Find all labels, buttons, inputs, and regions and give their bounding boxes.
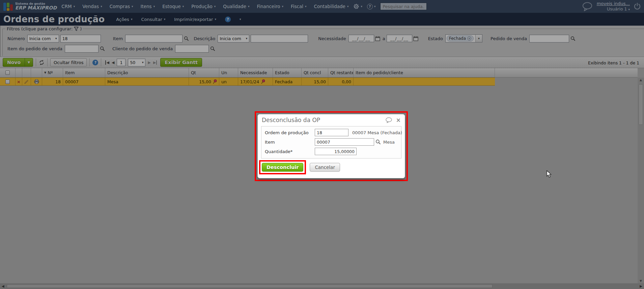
quantidade-label: Quantidade* (265, 149, 315, 154)
quantidade-input[interactable] (315, 148, 357, 155)
ordem-producao-label: Ordem de produção (265, 130, 315, 135)
item-input[interactable] (315, 138, 374, 146)
ordem-producao-input[interactable] (315, 129, 348, 136)
dialog-titlebar: Desconclusão da OP × (258, 114, 405, 125)
field-quantidade: Quantidade* (265, 148, 398, 155)
desconcluir-button[interactable]: Desconcluir (262, 163, 303, 172)
cancelar-button[interactable]: Cancelar (310, 163, 340, 172)
field-ordem-producao: Ordem de produção 00007 Mesa (Fechada) (265, 129, 398, 136)
chat-bubble-icon[interactable] (385, 117, 393, 123)
item-description: Mesa (383, 140, 395, 145)
erp-screen: Sistema de gestão ERP MAXIPROD CRM▾ Vend… (0, 0, 644, 289)
annotation-red-box-button: Desconcluir (259, 160, 306, 174)
ordem-producao-description: 00007 Mesa (Fechada) (352, 130, 402, 135)
mouse-cursor (547, 170, 552, 178)
dialog-footer: Desconcluir Cancelar (258, 158, 405, 174)
dialog-title: Desconclusão da OP (262, 117, 385, 123)
field-item: Item Mesa (265, 138, 398, 146)
annotation-red-box-dialog: Desconclusão da OP × Ordem de produção 0… (255, 111, 408, 181)
search-icon[interactable] (375, 139, 381, 145)
item-label: Item (265, 140, 315, 145)
close-icon[interactable]: × (396, 117, 401, 123)
dialog-fields: Ordem de produção 00007 Mesa (Fechada) I… (261, 126, 401, 158)
desconclusao-dialog: Desconclusão da OP × Ordem de produção 0… (257, 114, 405, 178)
